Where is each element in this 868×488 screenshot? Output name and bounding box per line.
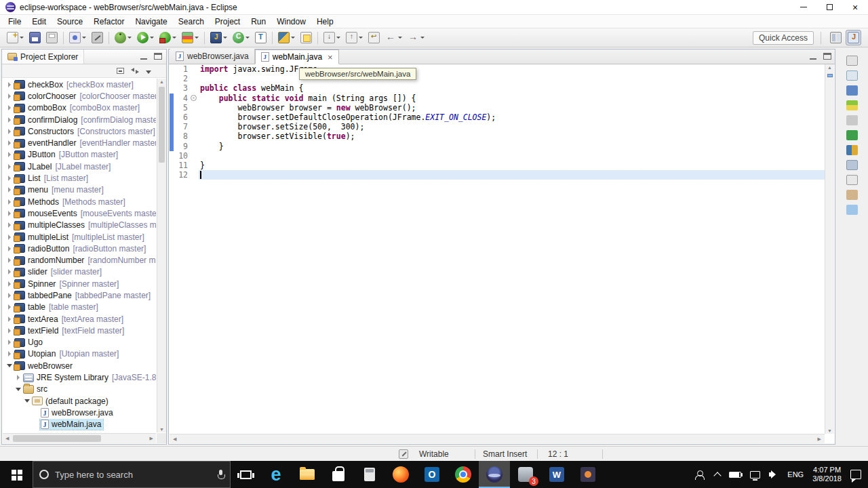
menu-help[interactable]: Help — [311, 16, 339, 28]
expander-icon[interactable] — [5, 235, 14, 240]
expander-icon[interactable] — [5, 129, 14, 134]
menu-edit[interactable]: Edit — [26, 16, 52, 28]
back-button[interactable] — [382, 30, 405, 45]
collapse-all-button[interactable] — [117, 68, 124, 74]
previous-annotation-button[interactable] — [343, 30, 366, 45]
expander-icon[interactable] — [5, 176, 14, 181]
expander-icon[interactable] — [14, 388, 22, 391]
expander-icon[interactable] — [5, 281, 14, 287]
tree-item[interactable]: multipleList[multipleList master] — [3, 231, 156, 243]
tree-item[interactable]: checkBox[checkBox master] — [3, 79, 156, 90]
expander-icon[interactable] — [5, 152, 14, 157]
new-button[interactable] — [4, 30, 26, 45]
expander-icon[interactable] — [5, 82, 14, 87]
scroll-down-icon[interactable]: ▼ — [825, 428, 834, 433]
minimized-task-list-view-button[interactable] — [846, 190, 858, 200]
taskbar-explorer-button[interactable] — [292, 461, 323, 488]
print-button[interactable] — [43, 30, 60, 45]
expander-icon[interactable] — [5, 304, 14, 310]
open-type-button[interactable] — [252, 30, 269, 45]
restore-views-button[interactable] — [846, 56, 858, 66]
view-menu-button[interactable] — [146, 68, 151, 74]
taskbar-search-input[interactable]: Type here to search — [33, 461, 231, 488]
taskbar-outlook-button[interactable]: O — [416, 461, 448, 488]
expander-icon[interactable] — [5, 94, 14, 99]
tree-item[interactable]: Ugo — [3, 337, 156, 348]
code-line[interactable]: 5 webBrowser browser = new webBrowser(); — [170, 103, 825, 113]
code-line[interactable]: 12 — [170, 170, 825, 180]
tree-item[interactable]: JRE System Library[JavaSE-1.8] — [3, 371, 156, 383]
code-line[interactable]: 1import javax.swing.JFrame; — [170, 64, 825, 74]
taskbar-word-button[interactable]: W — [541, 461, 572, 488]
link-with-editor-button[interactable] — [131, 68, 139, 74]
minimize-editor-button[interactable] — [809, 53, 817, 60]
scroll-down-icon[interactable]: ▼ — [157, 427, 166, 432]
scroll-right-icon[interactable]: ▶ — [147, 436, 156, 441]
tree-item[interactable]: JButton[JButton master] — [3, 149, 156, 161]
scrollbar-thumb[interactable] — [13, 435, 101, 442]
expander-icon[interactable] — [5, 246, 14, 251]
run-external-tools-button[interactable] — [157, 30, 179, 45]
taskbar-calculator-button[interactable] — [354, 461, 385, 488]
expander-icon[interactable] — [5, 340, 14, 345]
menu-navigate[interactable]: Navigate — [130, 16, 172, 28]
tree-item[interactable]: List[List master] — [3, 172, 156, 184]
code-line[interactable]: 9 } — [170, 142, 825, 151]
minimized-console-view-button[interactable] — [846, 145, 858, 155]
search-button[interactable] — [275, 30, 298, 45]
tree-item[interactable]: randomNumber[randomNumber master] — [3, 254, 156, 266]
expander-icon[interactable] — [5, 199, 14, 205]
menu-search[interactable]: Search — [173, 16, 210, 28]
toggle-mark-occurrences-button[interactable] — [298, 30, 315, 45]
maximize-view-button[interactable] — [154, 53, 162, 60]
code-line[interactable]: 3public class webMain { — [170, 83, 825, 93]
overview-ruler[interactable]: ▲ ▼ — [825, 64, 834, 434]
tree-item[interactable]: menu[menu master] — [3, 184, 156, 196]
scrollbar-thumb[interactable] — [159, 87, 165, 163]
open-perspective-button[interactable] — [828, 30, 844, 45]
minimized-debug-view-button[interactable] — [846, 160, 858, 170]
close-tab-icon[interactable]: × — [328, 53, 333, 62]
scroll-up-icon[interactable]: ▲ — [825, 65, 834, 70]
code-line[interactable]: 8 browser.setVisible(true); — [170, 131, 825, 141]
tree-item[interactable]: textArea[textArea master] — [3, 313, 156, 325]
battery-icon[interactable] — [729, 472, 741, 478]
open-task-button[interactable] — [66, 30, 89, 45]
build-all-button[interactable] — [89, 30, 106, 45]
start-button[interactable] — [0, 461, 33, 488]
maximize-button[interactable] — [816, 0, 842, 14]
expander-icon[interactable] — [5, 117, 14, 123]
forward-button[interactable] — [405, 30, 427, 45]
explorer-horizontal-scrollbar[interactable]: ◀ ▶ — [3, 433, 156, 443]
project-explorer-tab[interactable]: Project Explorer — [2, 49, 84, 64]
task-view-button[interactable] — [231, 461, 260, 488]
scroll-left-icon[interactable]: ◀ — [3, 436, 12, 441]
tree-item[interactable]: JwebBrowser.java — [3, 407, 156, 418]
action-center-icon[interactable] — [850, 470, 861, 479]
tree-item[interactable]: Methods[Methods master] — [3, 196, 156, 207]
menu-window[interactable]: Window — [271, 16, 311, 28]
expander-icon[interactable] — [14, 375, 22, 380]
scroll-left-icon[interactable]: ◀ — [170, 436, 180, 442]
network-icon[interactable] — [750, 471, 760, 479]
editor-tab[interactable]: JwebMain.java× — [255, 49, 339, 64]
tree-item[interactable]: webBrowser — [3, 360, 156, 371]
tree-item[interactable]: multipleClasses[multipleClasses master] — [3, 220, 156, 231]
menu-source[interactable]: Source — [52, 16, 88, 28]
tree-item[interactable]: colorChooser[colorChooser master] — [3, 90, 156, 102]
java-perspective-button[interactable] — [846, 30, 861, 45]
tree-item[interactable]: src — [3, 384, 156, 395]
taskbar-store-button[interactable] — [323, 461, 354, 488]
menu-run[interactable]: Run — [245, 16, 271, 28]
taskbar-clock[interactable]: 4:07 PM 3/8/2018 — [812, 466, 842, 483]
expander-icon[interactable] — [5, 187, 14, 192]
tree-item[interactable]: eventHandler[eventHandler master] — [3, 137, 156, 148]
minimized-history-view-button[interactable] — [846, 205, 858, 215]
expander-icon[interactable] — [5, 328, 14, 333]
tree-item[interactable]: Spinner[Spinner master] — [3, 278, 156, 289]
taskbar-gimp-button[interactable]: 3 — [510, 461, 541, 488]
save-button[interactable] — [26, 30, 43, 45]
expander-icon[interactable] — [5, 211, 14, 216]
close-button[interactable]: × — [842, 0, 868, 14]
tree-item[interactable]: JLabel[JLabel master] — [3, 161, 156, 172]
